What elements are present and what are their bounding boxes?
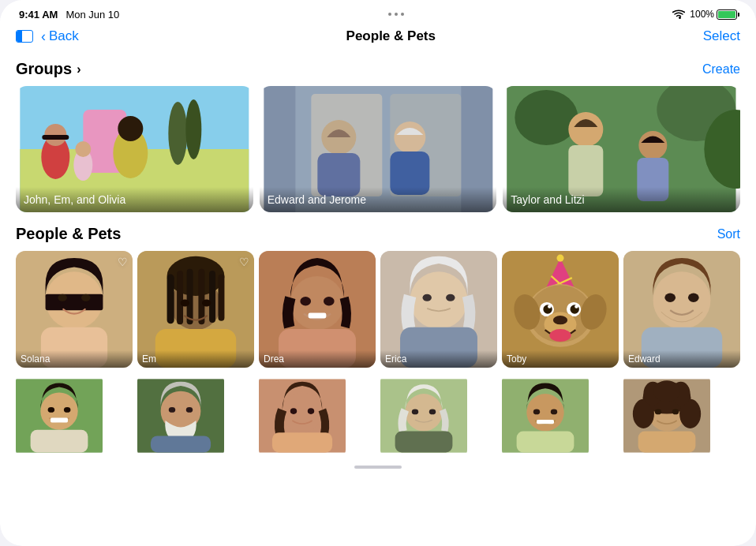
main-content: Groups › Create [0,50,756,530]
svg-point-125 [653,380,680,402]
svg-rect-117 [517,431,574,452]
people-pets-section-header: People & Pets Sort [16,225,740,243]
svg-point-58 [410,271,468,329]
wifi-icon [672,9,685,19]
back-chevron-icon: ‹ [41,29,46,43]
svg-point-52 [300,297,311,305]
status-date: Mon Jun 10 [65,9,119,21]
sort-button[interactable]: Sort [717,227,740,241]
person-card-toby[interactable]: Toby [502,251,619,368]
svg-point-18 [394,122,425,153]
svg-rect-92 [51,418,68,423]
group-card-1[interactable]: John, Em, and Olivia [16,86,253,212]
svg-point-127 [672,410,679,415]
people-grid: ♡ Solana [16,251,740,368]
svg-rect-104 [272,432,332,452]
svg-point-115 [551,410,557,415]
person-card-drea[interactable]: Drea [259,251,376,368]
r2p3-photo [259,372,346,459]
svg-rect-7 [42,135,69,140]
battery-icon [717,9,737,20]
status-bar: 9:41 AM Mon Jun 10 100% [0,0,756,25]
svg-point-109 [429,410,436,415]
person-card-edward[interactable]: Edward [623,251,740,368]
svg-rect-44 [209,271,215,323]
svg-point-76 [548,305,552,309]
r2p4-photo [380,372,467,459]
battery-fill [718,11,735,18]
svg-point-102 [290,408,297,414]
nav-bar: ‹ Back People & Pets Select [0,25,756,50]
groups-chevron-icon[interactable]: › [77,62,80,77]
person-card-em[interactable]: ♡ Em [137,251,254,368]
r2p1-photo [16,372,103,459]
person-card-r2p4[interactable] [380,372,467,459]
person-card-erica[interactable]: Erica [380,251,497,368]
person-card-r2p5[interactable] [502,372,589,459]
group-1-label: John, Em, and Olivia [16,187,253,212]
svg-point-98 [186,407,193,413]
drea-label: Drea [259,350,376,368]
back-button[interactable]: ‹ Back [41,28,79,44]
svg-rect-40 [167,275,174,324]
person-card-r2p6[interactable] [623,372,710,459]
status-time: 9:41 AM [19,9,58,21]
svg-rect-41 [177,271,183,324]
svg-point-107 [405,394,442,431]
toby-label: Toby [502,350,619,368]
svg-point-27 [639,131,668,159]
svg-point-51 [290,276,344,330]
svg-point-11 [75,141,91,157]
scroll-dot [354,466,402,469]
status-right: 100% [672,9,737,20]
edward-label: Edward [623,350,740,368]
svg-point-77 [574,305,578,309]
heart-icon-solana: ♡ [118,256,128,268]
svg-point-3 [185,99,201,159]
person-card-solana[interactable]: ♡ Solana [16,251,133,368]
svg-rect-54 [309,313,327,319]
svg-point-103 [308,408,314,414]
svg-point-2 [168,102,187,165]
svg-point-59 [423,294,432,301]
svg-point-33 [58,294,67,301]
svg-point-108 [412,410,418,415]
person-card-r2p3[interactable] [259,372,346,459]
svg-rect-110 [395,431,453,452]
group-3-label: Taylor and Litzi [503,187,740,212]
svg-point-113 [526,394,563,431]
dot-1 [388,13,391,16]
svg-point-39 [167,256,225,296]
sidebar-toggle-icon[interactable] [16,30,33,43]
nav-left: ‹ Back [16,28,79,44]
person-card-r2p1[interactable] [16,372,103,459]
select-button[interactable]: Select [703,28,740,44]
svg-point-90 [48,407,54,413]
svg-point-67 [556,255,563,262]
svg-rect-116 [537,420,554,424]
svg-rect-43 [198,269,204,325]
svg-point-25 [569,112,604,147]
svg-point-47 [202,299,211,306]
svg-point-97 [169,407,175,413]
svg-point-60 [446,294,455,301]
svg-point-101 [283,392,323,432]
battery-percent: 100% [690,9,714,20]
svg-point-84 [664,294,676,302]
svg-rect-93 [31,430,88,453]
svg-point-79 [553,316,567,324]
dot-2 [395,13,398,16]
group-2-label: Edward and Jerome [260,187,497,212]
group-card-2[interactable]: Edward and Jerome [260,86,497,212]
person-card-r2p2[interactable] [137,372,224,459]
svg-rect-45 [218,275,224,321]
svg-rect-128 [638,431,696,452]
svg-point-9 [118,116,143,141]
group-card-3[interactable]: Taylor and Litzi [503,86,740,212]
groups-section-header: Groups › Create [16,60,740,78]
create-button[interactable]: Create [702,62,740,77]
svg-point-53 [324,297,335,305]
scroll-indicator [16,466,740,469]
svg-point-46 [181,299,189,306]
battery-container: 100% [690,9,737,20]
